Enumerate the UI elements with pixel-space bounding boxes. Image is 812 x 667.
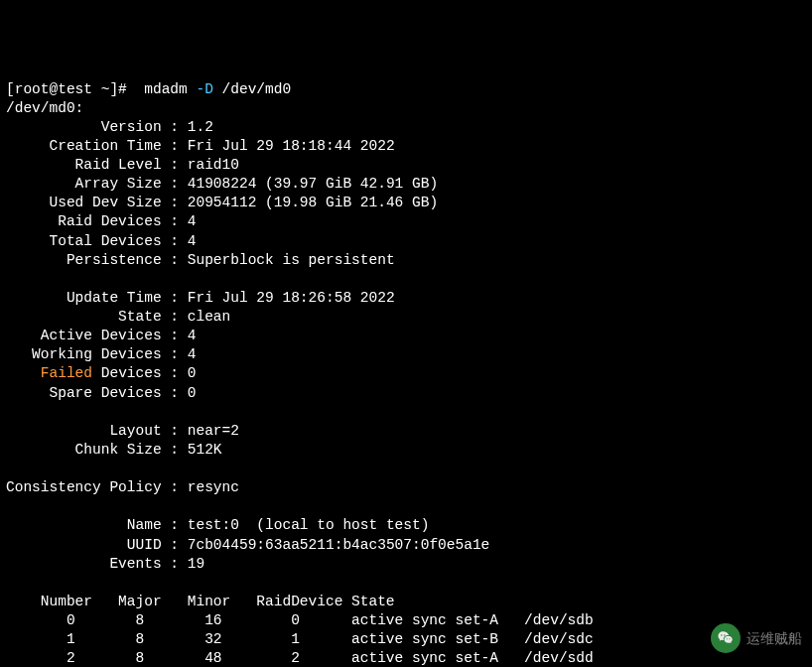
row-working-devices: Working Devices : 4 <box>6 346 196 362</box>
failed-word: Failed <box>41 365 92 381</box>
row-events: Events : 19 <box>6 556 204 572</box>
row-version: Version : 1.2 <box>6 119 213 135</box>
row-uuid: UUID : 7cb04459:63aa5211:b4ac3507:0f0e5a… <box>6 537 489 553</box>
row-active-devices: Active Devices : 4 <box>6 328 196 343</box>
row-consistency-policy: Consistency Policy : resync <box>6 479 239 495</box>
wechat-icon <box>711 623 741 653</box>
table-row: 1 8 32 1 active sync set-B /dev/sdc <box>6 631 594 647</box>
row-spare-devices: Spare Devices : 0 <box>6 385 196 401</box>
row-chunk-size: Chunk Size : 512K <box>6 442 222 458</box>
device-table-header: Number Major Minor RaidDevice State <box>6 594 395 609</box>
row-total-devices: Total Devices : 4 <box>6 233 196 249</box>
terminal-output: [root@test ~]# mdadm -D /dev/md0 /dev/md… <box>6 80 806 668</box>
shell-prompt[interactable]: [root@test ~]# mdadm -D /dev/md0 <box>6 81 291 97</box>
table-row: 2 8 48 2 active sync set-A /dev/sdd <box>6 650 594 666</box>
row-persistence: Persistence : Superblock is persistent <box>6 252 395 268</box>
row-name: Name : test:0 (local to host test) <box>6 517 429 533</box>
row-raid-level: Raid Level : raid10 <box>6 157 239 173</box>
device-header: /dev/md0: <box>6 100 83 116</box>
table-row: 0 8 16 0 active sync set-A /dev/sdb <box>6 612 594 628</box>
watermark: 运维贼船 <box>711 623 802 653</box>
row-raid-devices: Raid Devices : 4 <box>6 213 196 229</box>
cmd-flag: -D <box>196 81 212 97</box>
row-array-size: Array Size : 41908224 (39.97 GiB 42.91 G… <box>6 176 438 192</box>
row-update-time: Update Time : Fri Jul 29 18:26:58 2022 <box>6 290 395 306</box>
row-layout: Layout : near=2 <box>6 423 239 439</box>
row-failed-devices: Failed Devices : 0 <box>6 365 196 381</box>
row-state: State : clean <box>6 309 230 325</box>
row-used-dev-size: Used Dev Size : 20954112 (19.98 GiB 21.4… <box>6 195 438 210</box>
row-creation-time: Creation Time : Fri Jul 29 18:18:44 2022 <box>6 138 395 154</box>
watermark-text: 运维贼船 <box>746 629 802 647</box>
